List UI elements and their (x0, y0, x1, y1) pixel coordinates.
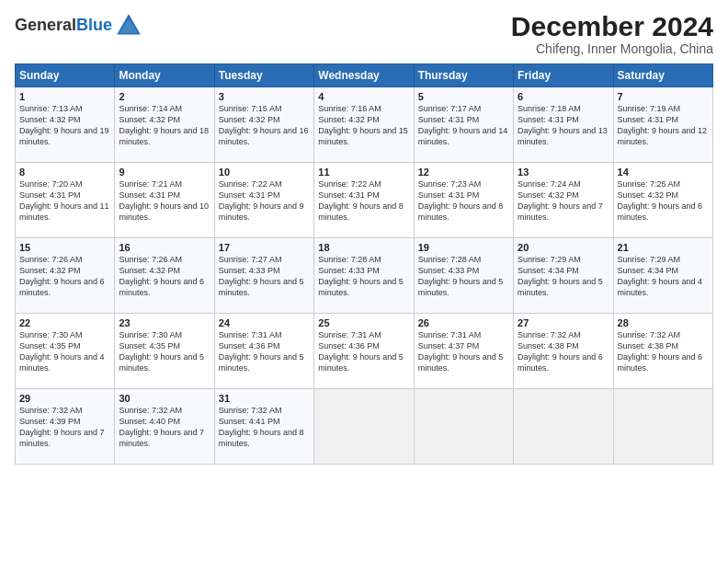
day-info: Sunrise: 7:15 AMSunset: 4:32 PMDaylight:… (219, 103, 310, 148)
day-info: Sunrise: 7:25 AMSunset: 4:32 PMDaylight:… (618, 178, 709, 224)
day-info: Sunrise: 7:29 AMSunset: 4:34 PMDaylight:… (618, 254, 709, 299)
day-info: Sunrise: 7:14 AMSunset: 4:32 PMDaylight:… (119, 103, 210, 148)
day-info: Sunrise: 7:30 AMSunset: 4:35 PMDaylight:… (19, 329, 110, 374)
calendar-cell: 14Sunrise: 7:25 AMSunset: 4:32 PMDayligh… (613, 163, 712, 238)
calendar-cell: 21Sunrise: 7:29 AMSunset: 4:34 PMDayligh… (613, 238, 712, 314)
logo: GeneralBlue (15, 11, 143, 40)
day-number: 15 (19, 242, 110, 253)
day-info: Sunrise: 7:26 AMSunset: 4:32 PMDaylight:… (19, 254, 110, 299)
day-info: Sunrise: 7:19 AMSunset: 4:31 PMDaylight:… (618, 103, 709, 148)
calendar-cell: 3Sunrise: 7:15 AMSunset: 4:32 PMDaylight… (214, 87, 313, 163)
weekday-header: Saturday (613, 64, 712, 87)
day-number: 23 (119, 317, 210, 328)
day-info: Sunrise: 7:31 AMSunset: 4:36 PMDaylight:… (318, 329, 409, 374)
day-number: 22 (19, 317, 110, 328)
calendar-cell: 27Sunrise: 7:32 AMSunset: 4:38 PMDayligh… (514, 314, 613, 389)
weekday-header: Monday (115, 64, 214, 87)
day-info: Sunrise: 7:23 AMSunset: 4:31 PMDaylight:… (418, 178, 509, 224)
day-info: Sunrise: 7:17 AMSunset: 4:31 PMDaylight:… (418, 103, 509, 148)
calendar-title: December 2024 (511, 11, 713, 41)
calendar-week-row: 29Sunrise: 7:32 AMSunset: 4:39 PMDayligh… (16, 389, 713, 465)
weekday-header: Tuesday (214, 64, 313, 87)
calendar-cell: 18Sunrise: 7:28 AMSunset: 4:33 PMDayligh… (314, 238, 414, 314)
calendar-cell: 12Sunrise: 7:23 AMSunset: 4:31 PMDayligh… (414, 163, 513, 238)
day-info: Sunrise: 7:29 AMSunset: 4:34 PMDaylight:… (518, 254, 609, 299)
calendar-cell: 5Sunrise: 7:17 AMSunset: 4:31 PMDaylight… (414, 87, 513, 163)
day-number: 5 (418, 91, 509, 102)
calendar-cell: 17Sunrise: 7:27 AMSunset: 4:33 PMDayligh… (214, 238, 313, 314)
calendar-cell: 10Sunrise: 7:22 AMSunset: 4:31 PMDayligh… (214, 163, 313, 238)
day-number: 2 (119, 91, 210, 102)
calendar-week-row: 15Sunrise: 7:26 AMSunset: 4:32 PMDayligh… (16, 238, 713, 314)
calendar-cell: 16Sunrise: 7:26 AMSunset: 4:32 PMDayligh… (115, 238, 214, 314)
calendar-cell: 30Sunrise: 7:32 AMSunset: 4:40 PMDayligh… (115, 389, 214, 465)
day-info: Sunrise: 7:32 AMSunset: 4:38 PMDaylight:… (618, 329, 709, 374)
day-info: Sunrise: 7:31 AMSunset: 4:36 PMDaylight:… (219, 329, 310, 374)
day-number: 17 (219, 242, 310, 253)
day-number: 3 (219, 91, 310, 102)
day-number: 18 (318, 242, 409, 253)
day-number: 30 (119, 393, 210, 404)
day-info: Sunrise: 7:28 AMSunset: 4:33 PMDaylight:… (318, 254, 409, 299)
calendar-cell: 26Sunrise: 7:31 AMSunset: 4:37 PMDayligh… (414, 314, 513, 389)
calendar-table: SundayMondayTuesdayWednesdayThursdayFrid… (15, 63, 713, 465)
calendar-cell: 24Sunrise: 7:31 AMSunset: 4:36 PMDayligh… (214, 314, 313, 389)
calendar-cell: 28Sunrise: 7:32 AMSunset: 4:38 PMDayligh… (613, 314, 712, 389)
day-info: Sunrise: 7:31 AMSunset: 4:37 PMDaylight:… (418, 329, 509, 374)
calendar-cell (314, 389, 414, 465)
day-info: Sunrise: 7:32 AMSunset: 4:40 PMDaylight:… (119, 405, 210, 450)
day-info: Sunrise: 7:13 AMSunset: 4:32 PMDaylight:… (19, 103, 110, 148)
weekday-header: Friday (514, 64, 613, 87)
calendar-cell: 7Sunrise: 7:19 AMSunset: 4:31 PMDaylight… (613, 87, 712, 163)
calendar-cell: 9Sunrise: 7:21 AMSunset: 4:31 PMDaylight… (115, 163, 214, 238)
day-number: 28 (618, 317, 709, 328)
day-number: 10 (219, 167, 310, 178)
day-number: 16 (119, 242, 210, 253)
calendar-week-row: 1Sunrise: 7:13 AMSunset: 4:32 PMDaylight… (16, 87, 713, 163)
calendar-cell: 4Sunrise: 7:16 AMSunset: 4:32 PMDaylight… (314, 87, 414, 163)
calendar-cell: 15Sunrise: 7:26 AMSunset: 4:32 PMDayligh… (16, 238, 115, 314)
calendar-cell: 29Sunrise: 7:32 AMSunset: 4:39 PMDayligh… (16, 389, 115, 465)
day-info: Sunrise: 7:22 AMSunset: 4:31 PMDaylight:… (318, 178, 409, 224)
day-info: Sunrise: 7:24 AMSunset: 4:32 PMDaylight:… (518, 178, 609, 224)
calendar-cell: 6Sunrise: 7:18 AMSunset: 4:31 PMDaylight… (514, 87, 613, 163)
day-number: 25 (318, 317, 409, 328)
weekday-header: Wednesday (314, 64, 414, 87)
calendar-cell (514, 389, 613, 465)
day-number: 7 (618, 91, 709, 102)
calendar-cell: 31Sunrise: 7:32 AMSunset: 4:41 PMDayligh… (214, 389, 313, 465)
day-number: 4 (318, 91, 409, 102)
calendar-cell (613, 389, 712, 465)
page: GeneralBlue December 2024 Chifeng, Inner… (0, 0, 728, 563)
logo-icon (114, 11, 143, 40)
calendar-cell: 22Sunrise: 7:30 AMSunset: 4:35 PMDayligh… (16, 314, 115, 389)
day-info: Sunrise: 7:27 AMSunset: 4:33 PMDaylight:… (219, 254, 310, 299)
calendar-cell: 23Sunrise: 7:30 AMSunset: 4:35 PMDayligh… (115, 314, 214, 389)
calendar-cell: 2Sunrise: 7:14 AMSunset: 4:32 PMDaylight… (115, 87, 214, 163)
calendar-cell (414, 389, 513, 465)
day-number: 9 (119, 167, 210, 178)
day-number: 12 (418, 167, 509, 178)
calendar-week-row: 22Sunrise: 7:30 AMSunset: 4:35 PMDayligh… (16, 314, 713, 389)
day-number: 24 (219, 317, 310, 328)
day-number: 21 (618, 242, 709, 253)
day-number: 6 (518, 91, 609, 102)
day-number: 29 (19, 393, 110, 404)
header: GeneralBlue December 2024 Chifeng, Inner… (15, 11, 713, 56)
day-info: Sunrise: 7:16 AMSunset: 4:32 PMDaylight:… (318, 103, 409, 148)
calendar-cell: 1Sunrise: 7:13 AMSunset: 4:32 PMDaylight… (16, 87, 115, 163)
day-number: 13 (518, 167, 609, 178)
weekday-header: Sunday (16, 64, 115, 87)
calendar-cell: 19Sunrise: 7:28 AMSunset: 4:33 PMDayligh… (414, 238, 513, 314)
day-info: Sunrise: 7:26 AMSunset: 4:32 PMDaylight:… (119, 254, 210, 299)
calendar-cell: 25Sunrise: 7:31 AMSunset: 4:36 PMDayligh… (314, 314, 414, 389)
day-number: 11 (318, 167, 409, 178)
day-number: 1 (19, 91, 110, 102)
calendar-header: SundayMondayTuesdayWednesdayThursdayFrid… (16, 64, 713, 87)
calendar-cell: 8Sunrise: 7:20 AMSunset: 4:31 PMDaylight… (16, 163, 115, 238)
day-number: 19 (418, 242, 509, 253)
day-info: Sunrise: 7:21 AMSunset: 4:31 PMDaylight:… (119, 178, 210, 224)
day-number: 20 (518, 242, 609, 253)
day-info: Sunrise: 7:18 AMSunset: 4:31 PMDaylight:… (518, 103, 609, 148)
day-info: Sunrise: 7:28 AMSunset: 4:33 PMDaylight:… (418, 254, 509, 299)
